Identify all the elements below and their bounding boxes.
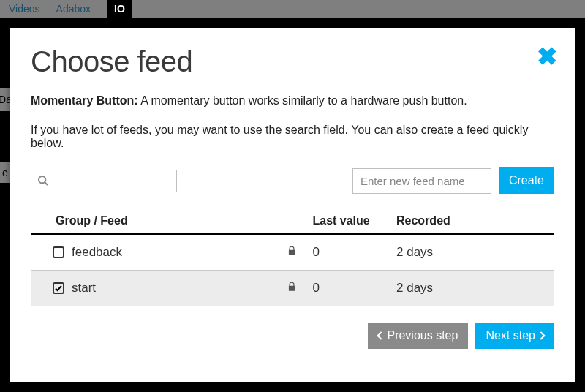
last-value: 0	[308, 271, 392, 306]
feed-checkbox[interactable]	[53, 282, 64, 294]
search-input[interactable]	[53, 175, 170, 187]
search-hint: If you have lot of feeds, you may want t…	[31, 124, 554, 150]
lock-icon	[287, 246, 297, 256]
col-header-recorded: Recorded	[392, 211, 554, 234]
chevron-right-icon	[537, 331, 545, 339]
create-button[interactable]: Create	[499, 167, 554, 194]
controls-row: Create	[31, 167, 554, 194]
top-navbar: Videos Adabox IO	[0, 0, 585, 18]
nav-io-active[interactable]: IO	[107, 0, 132, 18]
chevron-left-icon	[377, 331, 385, 339]
close-icon[interactable]: ✖	[537, 44, 557, 69]
previous-step-button[interactable]: Previous step	[368, 323, 468, 349]
col-header-last: Last value	[308, 211, 392, 234]
obscured-bg-text-1: Da	[0, 88, 10, 111]
recorded-value: 2 days	[392, 271, 554, 306]
block-name: Momentary Button:	[31, 94, 138, 107]
new-feed-input[interactable]	[352, 168, 491, 194]
nav-adabox[interactable]: Adabox	[56, 3, 91, 15]
block-desc-text: A momentary button works similarly to a …	[138, 94, 467, 107]
footer-buttons: Previous step Next step	[31, 323, 554, 349]
search-icon	[37, 175, 49, 186]
obscured-bg-text-2: e	[0, 162, 10, 183]
previous-step-label: Previous step	[387, 329, 458, 342]
search-box[interactable]	[31, 170, 177, 192]
table-row[interactable]: start02 days	[31, 271, 554, 306]
next-step-button[interactable]: Next step	[475, 323, 554, 349]
next-step-label: Next step	[486, 329, 535, 342]
choose-feed-modal: ✖ Choose feed Momentary Button: A moment…	[10, 28, 575, 382]
block-description: Momentary Button: A momentary button wor…	[31, 94, 554, 108]
feed-name: start	[72, 281, 96, 295]
feed-checkbox[interactable]	[53, 246, 64, 258]
col-header-lock	[282, 211, 309, 234]
feeds-table: Group / Feed Last value Recorded feedbac…	[31, 211, 554, 306]
svg-line-1	[45, 182, 48, 185]
last-value: 0	[308, 234, 392, 271]
svg-point-0	[39, 176, 45, 183]
modal-title: Choose feed	[31, 45, 554, 78]
recorded-value: 2 days	[392, 234, 554, 271]
nav-videos[interactable]: Videos	[9, 3, 40, 15]
lock-icon	[287, 282, 297, 292]
feed-name: feedback	[72, 245, 122, 260]
col-header-group: Group / Feed	[31, 211, 282, 234]
table-row[interactable]: feedback02 days	[31, 234, 554, 271]
create-feed-group: Create	[352, 167, 554, 194]
